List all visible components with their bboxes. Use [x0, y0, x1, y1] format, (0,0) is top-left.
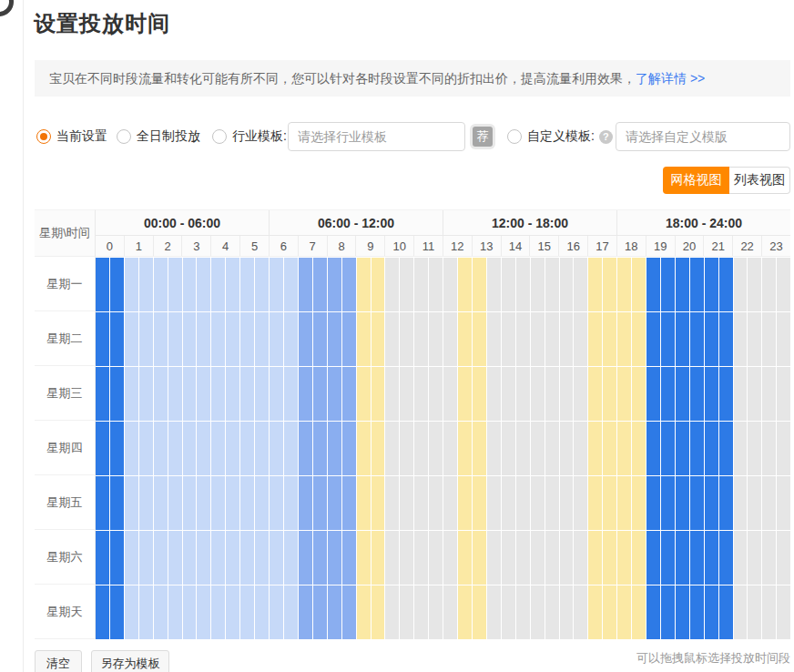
- time-slot[interactable]: [168, 585, 182, 639]
- time-slot[interactable]: [516, 476, 530, 530]
- time-slot[interactable]: [183, 585, 197, 639]
- time-slot[interactable]: [357, 585, 371, 639]
- time-slot[interactable]: [313, 258, 327, 311]
- time-slot[interactable]: [617, 585, 631, 639]
- time-slot[interactable]: [603, 585, 616, 639]
- time-slot[interactable]: [197, 585, 210, 639]
- recommend-badge[interactable]: 荐: [473, 127, 493, 147]
- time-slot[interactable]: [574, 585, 587, 639]
- time-slot[interactable]: [487, 367, 501, 421]
- time-slot[interactable]: [443, 476, 457, 530]
- time-slot[interactable]: [676, 585, 689, 639]
- time-slot[interactable]: [183, 258, 197, 311]
- time-slot[interactable]: [284, 422, 298, 475]
- time-slot[interactable]: [357, 531, 371, 585]
- time-slot[interactable]: [385, 531, 399, 585]
- time-slot[interactable]: [487, 312, 501, 366]
- time-slot[interactable]: [646, 312, 660, 366]
- time-slot[interactable]: [531, 258, 545, 311]
- time-slot[interactable]: [328, 585, 341, 639]
- time-slot[interactable]: [473, 585, 486, 639]
- time-slot[interactable]: [588, 422, 602, 475]
- time-slot[interactable]: [502, 312, 515, 366]
- time-slot[interactable]: [400, 422, 413, 475]
- time-slot[interactable]: [284, 312, 298, 366]
- time-slot[interactable]: [777, 258, 790, 311]
- help-icon[interactable]: ?: [599, 130, 613, 144]
- time-slot[interactable]: [632, 585, 646, 639]
- time-slot[interactable]: [429, 258, 443, 311]
- time-slot[interactable]: [211, 585, 225, 639]
- time-slot[interactable]: [443, 531, 457, 585]
- time-slot[interactable]: [676, 367, 689, 421]
- time-slot[interactable]: [603, 258, 616, 311]
- time-slot[interactable]: [588, 585, 602, 639]
- time-slot[interactable]: [574, 258, 587, 311]
- time-slot[interactable]: [226, 312, 239, 366]
- time-slot[interactable]: [139, 585, 153, 639]
- time-slot[interactable]: [588, 312, 602, 366]
- time-slot[interactable]: [139, 422, 153, 475]
- time-slot[interactable]: [458, 585, 472, 639]
- time-slot[interactable]: [661, 585, 675, 639]
- time-slot[interactable]: [777, 531, 790, 585]
- time-slot[interactable]: [646, 422, 660, 475]
- time-slot[interactable]: [125, 585, 138, 639]
- time-slot[interactable]: [646, 258, 660, 311]
- time-slot[interactable]: [414, 312, 428, 366]
- floating-button-partial[interactable]: [0, 0, 14, 16]
- time-slot[interactable]: [574, 367, 587, 421]
- time-slot[interactable]: [560, 422, 574, 475]
- time-slot[interactable]: [110, 476, 124, 530]
- time-slot[interactable]: [414, 476, 428, 530]
- time-slot[interactable]: [110, 531, 124, 585]
- time-slot[interactable]: [690, 312, 704, 366]
- time-slot[interactable]: [154, 312, 168, 366]
- time-slot[interactable]: [154, 585, 168, 639]
- time-slot[interactable]: [197, 422, 210, 475]
- time-slot[interactable]: [502, 422, 515, 475]
- time-slot[interactable]: [661, 422, 675, 475]
- time-slot[interactable]: [502, 531, 515, 585]
- time-slot[interactable]: [443, 585, 457, 639]
- time-slot[interactable]: [545, 367, 559, 421]
- time-slot[interactable]: [226, 422, 239, 475]
- mode-option-allday[interactable]: 全日制投放: [117, 128, 200, 145]
- time-slot[interactable]: [240, 476, 254, 530]
- time-slot[interactable]: [226, 367, 239, 421]
- time-slot[interactable]: [96, 531, 109, 585]
- time-slot[interactable]: [676, 531, 689, 585]
- time-slot[interactable]: [560, 531, 574, 585]
- time-slot[interactable]: [617, 422, 631, 475]
- time-slot[interactable]: [734, 422, 748, 475]
- time-slot[interactable]: [357, 367, 371, 421]
- time-slot[interactable]: [690, 476, 704, 530]
- time-slot[interactable]: [661, 312, 675, 366]
- time-slot[interactable]: [443, 422, 457, 475]
- time-slot[interactable]: [400, 258, 413, 311]
- time-slot[interactable]: [357, 258, 371, 311]
- time-slot[interactable]: [545, 312, 559, 366]
- time-slot[interactable]: [473, 531, 486, 585]
- time-slot[interactable]: [473, 258, 486, 311]
- time-slot[interactable]: [762, 367, 776, 421]
- time-slot[interactable]: [617, 258, 631, 311]
- time-slot[interactable]: [313, 367, 327, 421]
- time-slot[interactable]: [226, 258, 239, 311]
- time-slot[interactable]: [211, 367, 225, 421]
- time-slot[interactable]: [168, 422, 182, 475]
- time-slot[interactable]: [734, 258, 748, 311]
- time-slot[interactable]: [777, 312, 790, 366]
- radio-allday[interactable]: [117, 129, 131, 144]
- time-slot[interactable]: [313, 531, 327, 585]
- time-slot[interactable]: [705, 367, 718, 421]
- time-slot[interactable]: [385, 258, 399, 311]
- time-slot[interactable]: [400, 531, 413, 585]
- time-slot[interactable]: [414, 367, 428, 421]
- time-slot[interactable]: [385, 312, 399, 366]
- time-slot[interactable]: [197, 312, 210, 366]
- time-slot[interactable]: [458, 422, 472, 475]
- time-slot[interactable]: [603, 476, 616, 530]
- time-slot[interactable]: [473, 422, 486, 475]
- time-slot[interactable]: [270, 585, 283, 639]
